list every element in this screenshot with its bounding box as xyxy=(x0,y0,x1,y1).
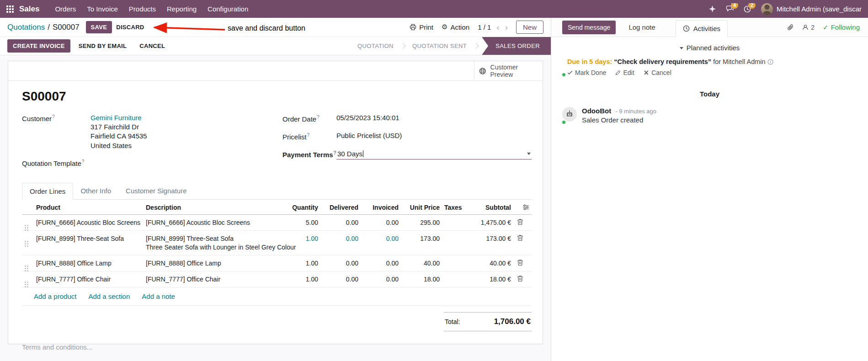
col-product[interactable]: Product xyxy=(34,200,144,214)
step-quotation[interactable]: QUOTATION xyxy=(350,42,401,49)
step-quotation-sent[interactable]: QUOTATION SENT xyxy=(405,42,474,49)
col-unit-price[interactable]: Unit Price xyxy=(401,200,442,214)
tab-other-info[interactable]: Other Info xyxy=(73,183,118,199)
create-invoice-button[interactable]: CREATE INVOICE xyxy=(7,39,70,53)
nav-item-to-invoice[interactable]: To Invoice xyxy=(81,0,123,18)
pager-previous-icon[interactable]: ‹ xyxy=(496,23,499,32)
col-description[interactable]: Description xyxy=(144,200,286,214)
cell-product[interactable]: [FURN_6666] Acoustic Bloc Screens xyxy=(34,215,144,230)
message-author[interactable]: OdooBot xyxy=(582,107,611,115)
add-a-section-link[interactable]: Add a section xyxy=(88,292,130,300)
nav-item-reporting[interactable]: Reporting xyxy=(161,0,202,18)
messages-icon[interactable]: 4 xyxy=(726,5,734,13)
cancel-button[interactable]: CANCEL xyxy=(135,39,170,53)
app-name[interactable]: Sales xyxy=(19,5,39,14)
cell-delivered[interactable]: 0.00 xyxy=(320,255,361,271)
cell-unit-price[interactable]: 295.00 xyxy=(401,215,442,230)
cell-invoiced[interactable]: 0.00 xyxy=(361,215,401,230)
cell-taxes[interactable] xyxy=(442,271,468,280)
cell-quantity[interactable]: 1.00 xyxy=(286,255,320,271)
cell-delivered[interactable]: 0.00 xyxy=(320,215,361,230)
print-button[interactable]: Print xyxy=(410,23,433,31)
cell-subtotal[interactable]: 1,475.00 € xyxy=(468,215,513,230)
drag-handle-icon[interactable] xyxy=(22,231,34,244)
cell-description[interactable]: [FURN_8999] Three-Seat Sofa Three Seater… xyxy=(144,231,286,255)
col-subtotal[interactable]: Subtotal xyxy=(468,200,513,214)
cell-product[interactable]: [FURN_7777] Office Chair xyxy=(34,271,144,287)
cell-description[interactable]: [FURN_6666] Acoustic Bloc Screens xyxy=(144,215,286,230)
tab-order-lines[interactable]: Order Lines xyxy=(22,183,73,200)
cell-description[interactable]: [FURN_8888] Office Lamp xyxy=(144,255,286,271)
mark-done-button[interactable]: Mark Done xyxy=(567,69,606,76)
add-a-product-link[interactable]: Add a product xyxy=(34,292,76,300)
pricelist-value[interactable]: Public Pricelist (USD) xyxy=(336,132,402,139)
cell-invoiced[interactable]: 0.00 xyxy=(361,255,401,271)
cell-invoiced[interactable]: 0.00 xyxy=(361,231,401,246)
cell-invoiced[interactable]: 0.00 xyxy=(361,271,401,287)
add-a-note-link[interactable]: Add a note xyxy=(142,292,175,300)
send-by-email-button[interactable]: SEND BY EMAIL xyxy=(74,39,132,53)
cell-unit-price[interactable]: 40.00 xyxy=(401,255,442,271)
table-row[interactable]: [FURN_6666] Acoustic Bloc Screens [FURN_… xyxy=(22,215,532,231)
delete-row-button[interactable] xyxy=(513,231,532,241)
tab-activities[interactable]: Activities xyxy=(676,20,728,37)
delete-row-button[interactable] xyxy=(513,255,532,266)
following-button[interactable]: ✓ Following xyxy=(823,23,860,32)
cell-taxes[interactable] xyxy=(442,255,468,264)
send-message-button[interactable]: Send message xyxy=(562,21,616,34)
cancel-activity-button[interactable]: × Cancel xyxy=(644,69,671,76)
apps-menu-icon[interactable] xyxy=(6,5,14,13)
log-note-button[interactable]: Log note xyxy=(625,20,659,34)
drag-handle-icon[interactable] xyxy=(22,255,34,268)
delete-row-button[interactable] xyxy=(513,215,532,225)
cell-taxes[interactable] xyxy=(442,215,468,223)
edit-activity-button[interactable]: Edit xyxy=(615,69,634,76)
drag-handle-icon[interactable] xyxy=(22,271,34,284)
terms-placeholder[interactable]: Terms and conditions... xyxy=(22,343,532,351)
step-sales-order[interactable]: SALES ORDER xyxy=(482,37,551,55)
cell-taxes[interactable] xyxy=(442,231,468,239)
cell-subtotal[interactable]: 40.00 € xyxy=(468,255,513,271)
cell-quantity[interactable]: 1.00 xyxy=(286,231,320,246)
col-invoiced[interactable]: Invoiced xyxy=(361,200,401,214)
table-row[interactable]: [FURN_7777] Office Chair [FURN_7777] Off… xyxy=(22,271,532,287)
action-button[interactable]: ⚙ Action xyxy=(442,23,469,31)
cell-unit-price[interactable]: 18.00 xyxy=(401,271,442,287)
sparkle-icon[interactable] xyxy=(709,5,716,12)
customer-preview-button[interactable]: Customer Preview xyxy=(474,61,543,80)
cell-quantity[interactable]: 5.00 xyxy=(286,215,320,230)
table-row[interactable]: [FURN_8999] Three-Seat Sofa [FURN_8999] … xyxy=(22,231,532,255)
cell-delivered[interactable]: 0.00 xyxy=(320,231,361,246)
cell-subtotal[interactable]: 18.00 € xyxy=(468,271,513,287)
delete-row-button[interactable] xyxy=(513,271,532,282)
nav-item-products[interactable]: Products xyxy=(123,0,161,18)
cell-product[interactable]: [FURN_8888] Office Lamp xyxy=(34,255,144,271)
drag-handle-icon[interactable] xyxy=(22,215,34,228)
nav-item-configuration[interactable]: Configuration xyxy=(202,0,254,18)
table-row[interactable]: [FURN_8888] Office Lamp [FURN_8888] Offi… xyxy=(22,255,532,271)
breadcrumb-quotations[interactable]: Quotations xyxy=(7,23,45,32)
cell-unit-price[interactable]: 173.00 xyxy=(401,231,442,246)
col-taxes[interactable]: Taxes xyxy=(442,200,468,214)
col-quantity[interactable]: Quantity xyxy=(286,200,320,214)
attachments-button[interactable] xyxy=(787,24,794,31)
optional-columns-icon[interactable] xyxy=(513,200,532,214)
save-button[interactable]: SAVE xyxy=(86,21,112,33)
nav-item-orders[interactable]: Orders xyxy=(49,0,81,18)
cell-subtotal[interactable]: 173.00 € xyxy=(468,231,513,246)
discard-button[interactable]: DISCARD xyxy=(112,21,148,33)
dropdown-caret-icon[interactable] xyxy=(527,153,531,155)
new-button[interactable]: New xyxy=(516,21,543,34)
cell-delivered[interactable]: 0.00 xyxy=(320,271,361,287)
order-date-value[interactable]: 05/25/2023 15:40:01 xyxy=(336,114,399,122)
info-icon[interactable] xyxy=(767,59,773,65)
cell-description[interactable]: [FURN_7777] Office Chair xyxy=(144,271,286,287)
col-delivered[interactable]: Delivered xyxy=(320,200,361,214)
cell-product[interactable]: [FURN_8999] Three-Seat Sofa xyxy=(34,231,144,246)
customer-link[interactable]: Gemini Furniture xyxy=(91,114,142,122)
cell-quantity[interactable]: 1.00 xyxy=(286,271,320,287)
user-menu[interactable]: Mitchell Admin (save_discar xyxy=(761,3,862,15)
pager-next-icon[interactable]: › xyxy=(505,23,508,32)
planned-activities-header[interactable]: Planned activities xyxy=(551,37,868,56)
tab-customer-signature[interactable]: Customer Signature xyxy=(118,183,194,199)
